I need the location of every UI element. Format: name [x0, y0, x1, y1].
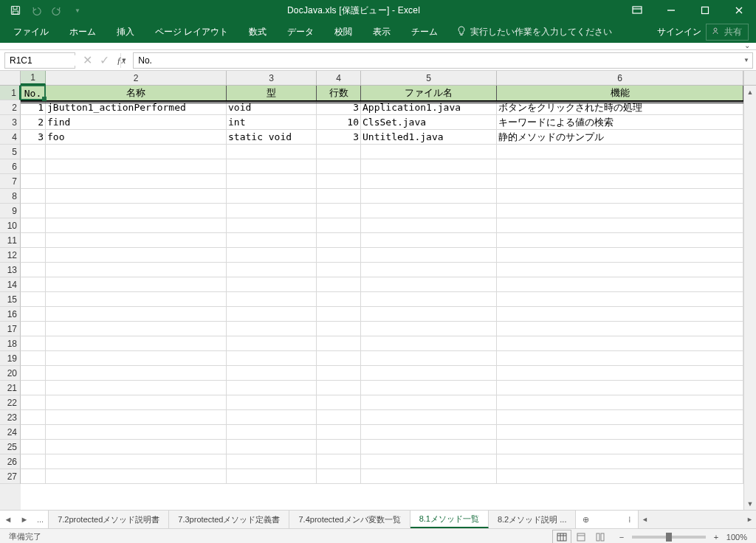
cell[interactable] [21, 189, 46, 204]
cell[interactable] [46, 381, 227, 395]
cell[interactable]: find [46, 115, 227, 130]
cell[interactable] [21, 366, 46, 381]
cell[interactable] [361, 292, 497, 307]
row-header[interactable]: 14 [0, 277, 21, 292]
tab-split-handle[interactable]: ⁞ [622, 511, 638, 528]
scroll-down-icon[interactable]: ▼ [744, 497, 756, 510]
cell[interactable] [317, 454, 361, 469]
view-page-layout-icon[interactable] [571, 530, 591, 544]
close-button[interactable] [722, 0, 756, 21]
row-header[interactable]: 1 [0, 86, 21, 100]
cell[interactable] [317, 292, 361, 307]
cell[interactable] [497, 218, 743, 233]
cell[interactable] [497, 469, 743, 484]
cell[interactable]: Untitled1.java [361, 130, 497, 145]
cell[interactable] [21, 145, 46, 159]
minimize-button[interactable] [654, 0, 688, 21]
cell[interactable] [497, 263, 743, 277]
row-header[interactable]: 24 [0, 425, 21, 440]
cell[interactable] [497, 366, 743, 381]
sheet-tab[interactable]: 7.3protectedメソッド定義書 [169, 511, 289, 528]
cell[interactable]: foo [46, 130, 227, 145]
new-sheet-button[interactable]: ⊕ [576, 511, 595, 528]
cell[interactable] [21, 410, 46, 425]
cell[interactable] [227, 366, 317, 381]
cell[interactable] [361, 410, 497, 425]
cell[interactable] [46, 145, 227, 159]
column-header[interactable]: 5 [361, 71, 497, 85]
cell[interactable] [227, 381, 317, 395]
cell[interactable] [227, 159, 317, 174]
cell[interactable] [361, 204, 497, 218]
cell[interactable] [317, 145, 361, 159]
cell[interactable] [497, 425, 743, 440]
cell[interactable] [317, 351, 361, 366]
cell[interactable] [317, 218, 361, 233]
cell[interactable] [21, 395, 46, 410]
cell[interactable] [497, 159, 743, 174]
cell[interactable]: static void [227, 130, 317, 145]
cell[interactable] [46, 322, 227, 336]
scroll-right-icon[interactable]: ► [743, 511, 756, 528]
cell[interactable]: 3 [21, 130, 46, 145]
row-header[interactable]: 2 [0, 100, 21, 115]
zoom-in-button[interactable]: + [710, 533, 722, 542]
column-header[interactable]: 2 [46, 71, 227, 85]
cell[interactable] [497, 381, 743, 395]
cell[interactable] [497, 307, 743, 322]
cell[interactable] [497, 233, 743, 248]
cell[interactable] [227, 440, 317, 454]
cell[interactable] [361, 233, 497, 248]
cell[interactable] [227, 425, 317, 440]
cell[interactable] [227, 277, 317, 292]
cell[interactable] [361, 174, 497, 189]
cell[interactable] [317, 395, 361, 410]
cell[interactable]: 静的メソッドのサンプル [497, 130, 743, 145]
column-header[interactable]: 4 [317, 71, 361, 85]
row-header[interactable]: 21 [0, 381, 21, 395]
cell[interactable] [361, 218, 497, 233]
sheet-tabs-overflow[interactable]: ... [32, 511, 49, 528]
row-header[interactable]: 5 [0, 145, 21, 159]
cell[interactable] [361, 336, 497, 351]
sheet-tab[interactable]: 7.4protectedメンバ変数一覧 [289, 511, 410, 528]
cell[interactable] [21, 248, 46, 263]
cell[interactable] [497, 440, 743, 454]
cancel-formula-icon[interactable]: ✕ [83, 53, 92, 67]
cell[interactable] [497, 454, 743, 469]
cell[interactable] [227, 145, 317, 159]
row-header[interactable]: 17 [0, 322, 21, 336]
cell[interactable] [361, 454, 497, 469]
cell[interactable] [227, 218, 317, 233]
cell[interactable] [46, 454, 227, 469]
zoom-out-button[interactable]: − [616, 533, 628, 542]
cell[interactable] [497, 277, 743, 292]
row-header[interactable]: 19 [0, 351, 21, 366]
cell[interactable] [46, 395, 227, 410]
cell[interactable] [317, 322, 361, 336]
cell[interactable] [317, 204, 361, 218]
view-normal-icon[interactable] [552, 530, 571, 544]
ribbon-tab-file[interactable]: ファイル [3, 21, 59, 43]
row-header[interactable]: 25 [0, 440, 21, 454]
cell[interactable] [361, 395, 497, 410]
cell[interactable] [361, 248, 497, 263]
cell[interactable] [497, 336, 743, 351]
cell[interactable] [227, 336, 317, 351]
row-header[interactable]: 3 [0, 115, 21, 130]
cell[interactable] [46, 277, 227, 292]
cell[interactable] [361, 263, 497, 277]
row-header[interactable]: 9 [0, 204, 21, 218]
cells-area[interactable]: No. 名称 型 行数 ファイル名 機能 1 jButton1_actionPe… [21, 86, 743, 510]
cell[interactable] [21, 381, 46, 395]
scroll-left-icon[interactable]: ◄ [639, 511, 651, 528]
cell[interactable] [21, 218, 46, 233]
cell[interactable] [227, 410, 317, 425]
cell[interactable] [227, 307, 317, 322]
cell[interactable] [21, 469, 46, 484]
cell[interactable] [21, 454, 46, 469]
cell[interactable] [21, 292, 46, 307]
cell[interactable] [317, 307, 361, 322]
cell[interactable] [227, 454, 317, 469]
row-header[interactable]: 4 [0, 130, 21, 145]
